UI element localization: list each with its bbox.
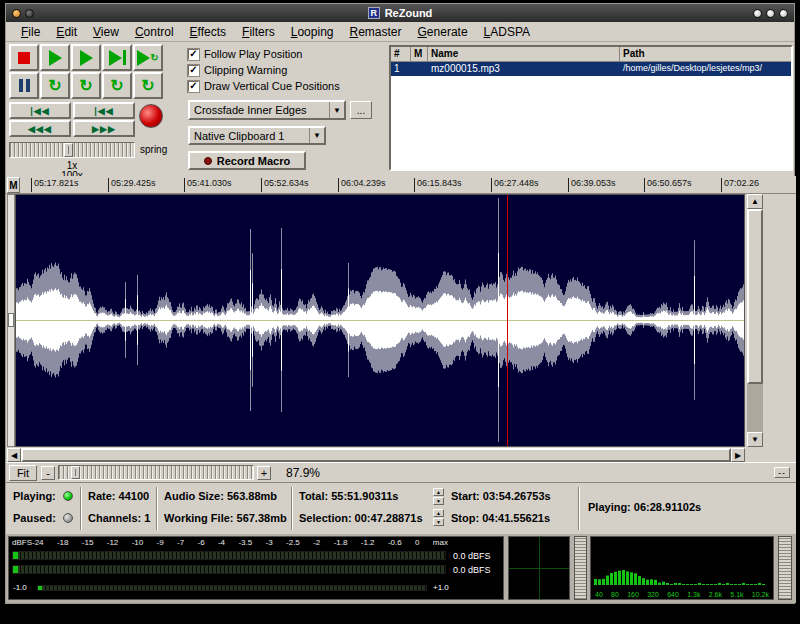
menu-view[interactable]: View bbox=[86, 23, 126, 41]
analyzer-slider[interactable] bbox=[778, 536, 792, 600]
jump-start-button[interactable]: |◀◀ bbox=[9, 102, 71, 119]
pause-button[interactable] bbox=[9, 72, 39, 99]
loop-selection-button[interactable]: ↻ bbox=[71, 72, 101, 99]
crossfade-edges-select[interactable]: Crossfade Inner Edges ▼ bbox=[188, 100, 346, 120]
close-button[interactable] bbox=[779, 9, 788, 18]
zoom-slider[interactable] bbox=[58, 465, 254, 480]
menu-generate[interactable]: Generate bbox=[411, 23, 475, 41]
follow-play-position-checkbox[interactable] bbox=[188, 49, 199, 60]
zoom-in-button[interactable]: + bbox=[257, 466, 271, 480]
ruler-tick: 06:04.239s bbox=[338, 178, 386, 192]
titlebar[interactable]: R ReZound bbox=[6, 4, 794, 22]
crossfade-more-button[interactable]: ... bbox=[350, 101, 372, 119]
divider bbox=[156, 487, 158, 530]
scroll-down-icon[interactable]: ▼ bbox=[747, 432, 763, 447]
ruler-tick: 05:52.634s bbox=[261, 178, 309, 192]
window-shade-button[interactable] bbox=[25, 9, 34, 18]
vertical-scroll-thumb[interactable] bbox=[747, 209, 763, 384]
play-from-cursor-button[interactable]: ↻ bbox=[133, 44, 163, 71]
channel-mute-button[interactable]: M bbox=[7, 177, 20, 193]
clipping-warning-label: Clipping Warning bbox=[204, 64, 287, 76]
vertical-scrollbar[interactable]: ▲ ▼ bbox=[747, 194, 763, 447]
play-to-end-button[interactable] bbox=[102, 44, 132, 71]
ruler-tick: 07:02.26 bbox=[721, 178, 759, 192]
menu-ladspa[interactable]: LADSPA bbox=[477, 23, 537, 41]
menu-edit[interactable]: Edit bbox=[49, 23, 84, 41]
level-value: 0.0 dBFS bbox=[453, 551, 491, 561]
loop-once-button[interactable]: ↻ bbox=[133, 72, 163, 99]
paused-led bbox=[63, 513, 73, 523]
record-macro-button[interactable]: Record Macro bbox=[188, 151, 306, 170]
stop-icon bbox=[18, 52, 30, 64]
column-number[interactable]: # bbox=[391, 47, 411, 61]
play-selection-button[interactable] bbox=[71, 44, 101, 71]
stop-button[interactable] bbox=[9, 44, 39, 71]
ruler-tick: 06:15.843s bbox=[414, 178, 462, 192]
spin-down-icon[interactable]: ▼ bbox=[433, 497, 444, 505]
play-button[interactable] bbox=[40, 44, 70, 71]
plus-icon: + bbox=[261, 467, 267, 479]
loaded-files-list[interactable]: # M Name Path 1 mz000015.mp3 /home/gille… bbox=[389, 45, 793, 171]
splitter-handle[interactable]: -- bbox=[774, 467, 790, 478]
stop-spinner: ▲▼ bbox=[433, 509, 444, 526]
menu-file[interactable]: File bbox=[14, 23, 47, 41]
waveform[interactable] bbox=[16, 195, 744, 446]
record-button[interactable] bbox=[139, 104, 163, 128]
shuttle-backward-button[interactable]: ◀◀◀ bbox=[9, 120, 71, 137]
meter-grip[interactable] bbox=[574, 536, 587, 600]
horizontal-scroll-thumb[interactable] bbox=[21, 448, 731, 462]
shuttle-speed-thumb[interactable] bbox=[64, 143, 73, 157]
sample-rate: Rate: 44100 bbox=[88, 490, 149, 502]
waveform-canvas-area[interactable] bbox=[15, 194, 745, 447]
menu-control[interactable]: Control bbox=[128, 23, 181, 41]
draw-cue-positions-checkbox[interactable] bbox=[188, 81, 199, 92]
dbfs-scale: dBFS-24-18-15 -12-10-9 -7-6-4 -3.5-3-2.5… bbox=[12, 538, 448, 547]
scroll-right-icon[interactable]: ▶ bbox=[731, 448, 745, 462]
loop-tail-icon: ↻ bbox=[150, 53, 158, 63]
menu-effects[interactable]: Effects bbox=[183, 23, 233, 41]
playing-led bbox=[63, 491, 73, 501]
horizontal-scrollbar[interactable]: ◀ ▶ bbox=[7, 448, 745, 462]
frequency-analyzer: 4080 160320 6401.3k 2.6k5.1k 10.2k bbox=[590, 536, 774, 600]
playing-position: Playing: 06:28.91102s bbox=[588, 501, 701, 513]
minimize-button[interactable] bbox=[753, 9, 762, 18]
window-menu-button[interactable] bbox=[12, 9, 21, 18]
spin-up-icon[interactable]: ▲ bbox=[433, 488, 444, 496]
divider bbox=[291, 487, 293, 530]
jump-prev-cue-button[interactable]: |◀◀ bbox=[73, 102, 135, 119]
playing-label: Playing: bbox=[13, 490, 56, 502]
zoom-out-button[interactable]: - bbox=[41, 466, 55, 480]
column-path[interactable]: Path bbox=[620, 47, 791, 61]
loop-gap-button[interactable]: ↻ bbox=[102, 72, 132, 99]
level-value: 0.0 dBFS bbox=[453, 565, 491, 575]
grip-icon: -- bbox=[778, 468, 786, 478]
scroll-left-icon[interactable]: ◀ bbox=[7, 448, 21, 462]
spin-down-icon[interactable]: ▼ bbox=[433, 518, 444, 526]
time-ruler[interactable]: M 05:17.821s 05:29.425s 05:41.030s 05:52… bbox=[6, 176, 796, 194]
maximize-button[interactable] bbox=[766, 9, 775, 18]
menu-filters[interactable]: Filters bbox=[235, 23, 282, 41]
clipping-warning-checkbox[interactable] bbox=[188, 65, 199, 76]
file-row-selected[interactable]: 1 mz000015.mp3 /home/gilles/Desktop/lesj… bbox=[391, 62, 791, 76]
scroll-up-icon[interactable]: ▲ bbox=[747, 194, 763, 209]
fit-label: Fit bbox=[17, 467, 29, 479]
shuttle-forward-button[interactable]: ▶▶▶ bbox=[73, 120, 135, 137]
menu-remaster[interactable]: Remaster bbox=[342, 23, 408, 41]
play-selection-icon bbox=[80, 50, 93, 66]
play-to-end-icon bbox=[109, 50, 122, 66]
frequency-bars bbox=[591, 537, 771, 587]
channel-handle[interactable] bbox=[8, 313, 14, 327]
column-name[interactable]: Name bbox=[428, 47, 620, 61]
spin-up-icon[interactable]: ▲ bbox=[433, 509, 444, 517]
loop-once-icon: ↻ bbox=[141, 78, 154, 94]
column-modified[interactable]: M bbox=[411, 47, 428, 61]
shuttle-speed-slider[interactable] bbox=[9, 142, 135, 158]
ruler-tick: 06:27.448s bbox=[491, 178, 539, 192]
clipboard-select[interactable]: Native Clipboard 1 ▼ bbox=[188, 126, 326, 145]
zoom-slider-thumb[interactable] bbox=[71, 466, 80, 479]
menubar: File Edit View Control Effects Filters L… bbox=[6, 22, 794, 42]
jump-prev-cue-icon: |◀◀ bbox=[94, 106, 113, 116]
fit-button[interactable]: Fit bbox=[9, 465, 37, 481]
loop-play-button[interactable]: ↻ bbox=[40, 72, 70, 99]
menu-looping[interactable]: Looping bbox=[284, 23, 341, 41]
